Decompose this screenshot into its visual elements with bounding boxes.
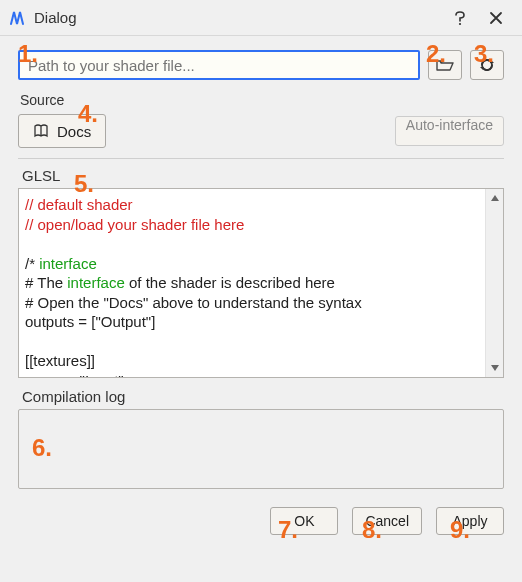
code-scrollbar[interactable] [485,189,503,377]
folder-open-icon [436,58,454,72]
cancel-button[interactable]: Cancel [352,507,422,535]
shader-path-input[interactable] [18,50,420,80]
book-icon [33,124,49,138]
auto-interface-label: Auto-interface [406,117,493,133]
scroll-up-arrow[interactable] [486,189,503,207]
ok-button[interactable]: OK [270,507,338,535]
app-icon [8,9,26,27]
docs-button-label: Docs [57,123,91,140]
compilation-log-area [18,409,504,489]
scroll-track[interactable] [486,207,503,359]
glsl-code-area[interactable]: // default shader // open/load your shad… [18,188,504,378]
source-label: Source [20,92,504,108]
window-title: Dialog [34,9,77,26]
reload-button[interactable] [470,50,504,80]
glsl-label: GLSL [22,167,504,184]
docs-button[interactable]: Docs [18,114,106,148]
compilation-log-label: Compilation log [22,388,504,405]
titlebar: Dialog [0,0,522,36]
auto-interface-button[interactable]: Auto-interface [395,116,504,146]
close-button[interactable] [478,4,514,32]
apply-button[interactable]: Apply [436,507,504,535]
scroll-down-arrow[interactable] [486,359,503,377]
svg-point-0 [459,22,461,24]
help-button[interactable] [442,4,478,32]
open-file-button[interactable] [428,50,462,80]
glsl-code-text[interactable]: // default shader // open/load your shad… [19,189,485,377]
refresh-icon [479,57,495,73]
separator [18,158,504,159]
